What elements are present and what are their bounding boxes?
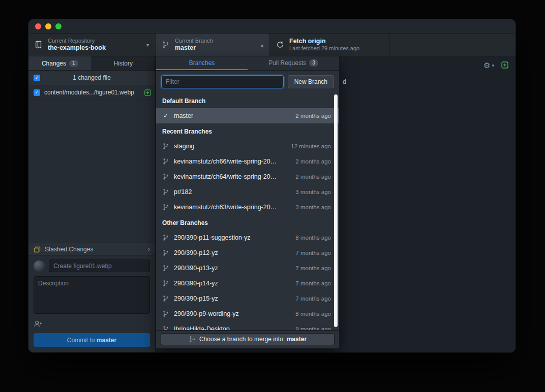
pull-requests-badge: 3: [309, 59, 318, 67]
obscured-text-fragment: d: [343, 78, 346, 85]
fetch-origin-label: Fetch origin: [289, 38, 383, 45]
branch-row[interactable]: kevinamstutz/ch64/write-spring-20… 2 mon…: [156, 169, 339, 184]
branch-row[interactable]: kevinamstutz/ch63/write-spring-20… 3 mon…: [156, 200, 339, 215]
changes-summary-row[interactable]: ✓ 1 changed file: [28, 71, 155, 85]
branch-dropdown: Branches Pull Requests 3 New Branch Defa…: [156, 56, 340, 349]
close-button[interactable]: [35, 23, 41, 29]
current-repository-value: the-examples-book: [48, 44, 141, 52]
branch-row-master[interactable]: ✓ master 2 months ago: [156, 108, 339, 123]
branch-row[interactable]: 290/390-p9-wording-yz 8 months ago: [156, 306, 339, 321]
branch-dropdown-tabs: Branches Pull Requests 3: [156, 56, 339, 71]
branch-row[interactable]: 290/390-p12-yz 7 months ago: [156, 245, 339, 260]
content: Changes 1 History ✓ 1 changed file ✓ con…: [28, 56, 516, 352]
git-branch-icon: [162, 234, 169, 241]
tab-history[interactable]: History: [92, 56, 156, 70]
minimize-button[interactable]: [45, 23, 51, 29]
new-branch-button[interactable]: New Branch: [288, 75, 334, 88]
history-settings-button[interactable]: ⚙ ▾: [483, 61, 494, 70]
add-coauthor-icon[interactable]: [34, 320, 42, 328]
changes-summary-label: 1 changed file: [73, 74, 111, 81]
titlebar[interactable]: [28, 19, 516, 34]
branch-row[interactable]: 290/390-p15-yz 7 months ago: [156, 291, 339, 306]
stash-icon: [34, 246, 41, 253]
git-branch-icon: [162, 249, 169, 256]
git-branch-icon: [162, 188, 169, 195]
branch-row[interactable]: 290/390-p11-suggestion-yz 8 months ago: [156, 230, 339, 245]
stashed-changes-label: Stashed Changes: [45, 246, 93, 253]
chevron-down-icon: ▾: [492, 63, 494, 68]
stashed-changes-row[interactable]: Stashed Changes ›: [28, 243, 155, 255]
branch-row[interactable]: kevinamstutz/ch66/write-spring-20… 2 mon…: [156, 154, 339, 169]
git-branch-icon: [162, 204, 169, 211]
file-name: content/modules.../figure01.webp: [44, 89, 140, 96]
zoom-button[interactable]: [55, 23, 62, 29]
git-branch-icon: [162, 158, 169, 165]
file-list-empty-area: [28, 100, 155, 243]
toolbar-spacer: [390, 34, 516, 56]
scrollbar-thumb[interactable]: [334, 94, 338, 327]
current-repository-button[interactable]: Current Repository the-examples-book ▾: [28, 34, 156, 56]
commit-button[interactable]: Commit to master: [34, 333, 150, 347]
traffic-lights: [35, 23, 62, 29]
section-other-branches: Other Branches: [156, 215, 339, 230]
gear-icon: ⚙: [483, 61, 490, 70]
filter-input[interactable]: [161, 75, 284, 88]
git-branch-icon: [162, 325, 169, 330]
branch-row[interactable]: 290/390-p13-yz 7 months ago: [156, 260, 339, 276]
fetch-origin-button[interactable]: Fetch origin Last fetched 29 minutes ago: [270, 34, 390, 56]
section-recent-branches: Recent Branches: [156, 123, 339, 139]
tab-pull-requests[interactable]: Pull Requests 3: [248, 56, 339, 70]
branch-row[interactable]: IbrinaHilda-Desktop 9 months ago: [156, 321, 339, 330]
git-branch-icon: [162, 41, 170, 49]
sidebar: Changes 1 History ✓ 1 changed file ✓ con…: [28, 56, 156, 352]
avatar: [34, 260, 45, 272]
git-merge-icon: [189, 336, 196, 343]
branch-list: Default Branch ✓ master 2 months ago Rec…: [156, 93, 339, 330]
branch-row[interactable]: staging 12 minutes ago: [156, 139, 339, 154]
tab-changes[interactable]: Changes 1: [28, 56, 92, 70]
tab-branches[interactable]: Branches: [156, 56, 248, 70]
commit-summary-input[interactable]: [49, 259, 150, 272]
current-branch-value: master: [175, 44, 256, 52]
branch-row[interactable]: pr/182 3 months ago: [156, 184, 339, 200]
git-branch-icon: [162, 173, 169, 180]
chevron-down-icon: ▾: [146, 42, 149, 48]
select-all-checkbox[interactable]: ✓: [34, 75, 40, 81]
file-row[interactable]: ✓ content/modules.../figure01.webp: [28, 85, 155, 100]
changes-count-badge: 1: [69, 60, 78, 67]
git-branch-icon: [162, 143, 169, 150]
sidebar-tabs: Changes 1 History: [28, 56, 155, 71]
diff-added-icon: [144, 89, 151, 96]
chevron-right-icon: ›: [148, 245, 150, 253]
git-branch-icon: [162, 265, 169, 272]
commit-description-input[interactable]: [34, 276, 150, 314]
diff-added-icon[interactable]: [501, 61, 508, 69]
git-branch-icon: [162, 280, 169, 287]
file-checkbox[interactable]: ✓: [34, 89, 40, 96]
current-branch-button[interactable]: Current Branch master ▴: [156, 34, 270, 56]
fetch-origin-status: Last fetched 29 minutes ago: [289, 45, 383, 52]
git-branch-icon: [162, 310, 169, 317]
sync-icon: [276, 41, 284, 49]
toolbar: Current Repository the-examples-book ▾ C…: [28, 34, 516, 56]
current-repository-label: Current Repository: [48, 38, 141, 44]
merge-branch-button[interactable]: Choose a branch to merge into master: [161, 333, 335, 345]
git-branch-icon: [162, 295, 169, 302]
section-default-branch: Default Branch: [156, 93, 339, 108]
commit-form: Commit to master: [28, 255, 155, 352]
current-branch-label: Current Branch: [175, 38, 256, 44]
tab-history-label: History: [114, 60, 133, 67]
app-window: Current Repository the-examples-book ▾ C…: [28, 19, 516, 352]
repo-icon: [35, 41, 43, 49]
tab-changes-label: Changes: [42, 60, 66, 67]
branch-row[interactable]: 290/390-p14-yz 7 months ago: [156, 276, 339, 291]
check-icon: ✓: [162, 112, 169, 119]
chevron-up-icon: ▴: [261, 42, 263, 48]
